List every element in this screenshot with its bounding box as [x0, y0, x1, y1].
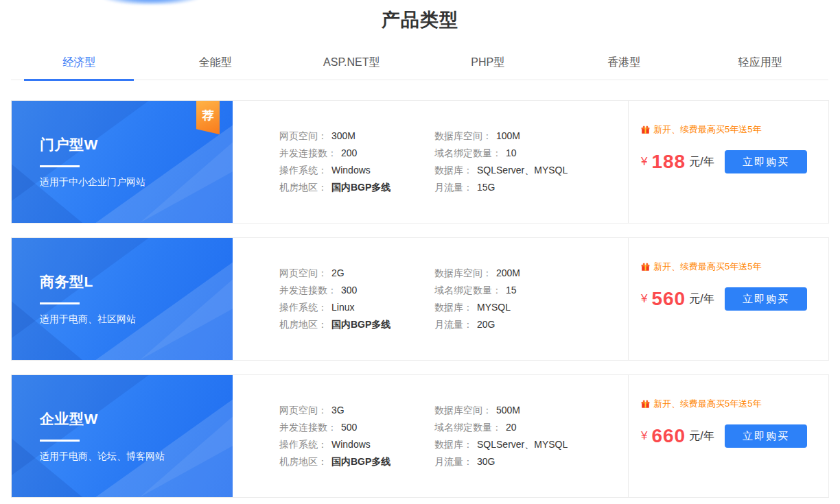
tab-all-round[interactable]: 全能型	[148, 45, 284, 80]
spec-value: 30G	[477, 456, 495, 467]
spec-row: 数据库：MYSQL	[434, 299, 520, 316]
spec-row: 数据库：SQLServer、MYSQL	[434, 436, 568, 453]
spec-row: 机房地区：国内BGP多线	[279, 316, 434, 333]
spec-value: 3G	[331, 405, 345, 416]
recommend-badge: 荐	[196, 101, 220, 134]
spec-label: 域名绑定数量：	[434, 422, 502, 433]
spec-value: 200M	[496, 267, 520, 278]
specs-column-left: 网页空间：2G 并发连接数：300 操作系统：Linux 机房地区：国内BGP多…	[279, 265, 434, 360]
specs-column-left: 网页空间：300M 并发连接数：200 操作系统：Windows 机房地区：国内…	[279, 128, 434, 223]
purchase-panel: 新开、续费最高买5年送5年 ¥ 188 元/年 立即购买	[628, 101, 828, 223]
price-amount: 188	[651, 151, 686, 173]
spec-value: 20G	[477, 319, 495, 330]
spec-row: 数据库空间：200M	[434, 265, 520, 282]
promo-text: 新开、续费最高买5年送5年	[653, 398, 761, 410]
price-amount: 660	[651, 425, 686, 447]
product-name: 商务型L	[40, 272, 233, 291]
tab-economy[interactable]: 经济型	[11, 45, 148, 80]
spec-row: 操作系统：Windows	[279, 162, 434, 179]
spec-value: 500	[341, 422, 357, 433]
spec-label: 域名绑定数量：	[434, 285, 502, 296]
product-description: 适用于中小企业门户网站	[40, 176, 233, 189]
spec-label: 数据库空间：	[434, 130, 492, 141]
spec-label: 网页空间：	[279, 130, 327, 141]
gift-icon	[641, 125, 650, 134]
spec-label: 机房地区：	[279, 182, 327, 193]
promo-text: 新开、续费最高买5年送5年	[653, 123, 761, 136]
spec-label: 操作系统：	[279, 165, 327, 176]
tab-light-app[interactable]: 轻应用型	[692, 45, 829, 80]
spec-label: 操作系统：	[279, 439, 327, 450]
product-specs: 网页空间：300M 并发连接数：200 操作系统：Windows 机房地区：国内…	[233, 101, 628, 223]
gift-icon	[641, 400, 650, 409]
spec-row: 域名绑定数量：20	[434, 419, 568, 436]
product-description: 适用于电商、社区网站	[40, 313, 233, 326]
specs-column-right: 数据库空间：500M 域名绑定数量：20 数据库：SQLServer、MYSQL…	[434, 402, 568, 497]
spec-row: 网页空间：300M	[279, 128, 434, 145]
banner-decoration	[12, 238, 233, 360]
spec-label: 操作系统：	[279, 302, 327, 313]
product-name: 企业型W	[40, 409, 233, 429]
spec-row: 网页空间：3G	[279, 402, 434, 419]
spec-label: 数据库空间：	[434, 405, 492, 416]
spec-value: Windows	[331, 439, 371, 450]
spec-row: 月流量：15G	[434, 179, 568, 196]
spec-label: 数据库：	[434, 439, 473, 450]
spec-value: Windows	[331, 165, 371, 176]
banner-decoration	[12, 375, 233, 497]
product-banner: 企业型W 适用于电商、论坛、博客网站	[12, 375, 233, 497]
spec-row: 并发连接数：200	[279, 145, 434, 162]
spec-value: 国内BGP多线	[331, 319, 390, 330]
spec-row: 月流量：30G	[434, 453, 568, 470]
currency-symbol: ¥	[641, 292, 647, 306]
spec-value: 20	[506, 422, 517, 433]
spec-row: 并发连接数：500	[279, 419, 434, 436]
title-divider	[40, 440, 80, 442]
buy-now-button[interactable]: 立即购买	[725, 424, 807, 448]
spec-label: 网页空间：	[279, 267, 327, 278]
purchase-panel: 新开、续费最高买5年送5年 ¥ 660 元/年 立即购买	[628, 375, 828, 497]
spec-value: 300	[341, 285, 357, 296]
specs-column-right: 数据库空间：100M 域名绑定数量：10 数据库：SQLServer、MYSQL…	[434, 128, 568, 223]
tab-label: 全能型	[199, 56, 232, 70]
spec-value: 100M	[496, 130, 520, 141]
specs-column-left: 网页空间：3G 并发连接数：500 操作系统：Windows 机房地区：国内BG…	[279, 402, 434, 497]
spec-row: 操作系统：Linux	[279, 299, 434, 316]
price-unit: 元/年	[689, 155, 714, 169]
tab-label: PHP型	[471, 56, 504, 70]
currency-symbol: ¥	[641, 429, 647, 443]
price-unit: 元/年	[689, 292, 714, 307]
product-name: 门户型W	[40, 135, 233, 154]
spec-value: 2G	[331, 267, 345, 278]
spec-value: MYSQL	[477, 302, 511, 313]
promo-banner: 新开、续费最高买5年送5年	[641, 123, 828, 136]
buy-now-button[interactable]: 立即购买	[725, 287, 807, 311]
product-card-portal: 荐 门户型W 适用于中小企业门户网站 网页空间：300M 并发连接数：200 操…	[11, 100, 829, 224]
partial-top-button[interactable]	[103, 0, 199, 5]
spec-value: Linux	[331, 302, 354, 313]
tab-php[interactable]: PHP型	[420, 45, 557, 80]
tab-hongkong[interactable]: 香港型	[556, 45, 692, 80]
spec-value: 500M	[496, 405, 520, 416]
banner-decoration	[12, 238, 233, 360]
spec-row: 并发连接数：300	[279, 282, 434, 299]
tab-aspnet[interactable]: ASP.NET型	[283, 45, 420, 80]
buy-now-button[interactable]: 立即购买	[725, 150, 807, 173]
spec-value: 10	[506, 147, 517, 158]
spec-row: 域名绑定数量：10	[434, 145, 568, 162]
spec-label: 月流量：	[434, 456, 473, 467]
spec-label: 月流量：	[434, 182, 473, 193]
price-amount: 560	[651, 288, 686, 310]
tab-label: 香港型	[607, 56, 640, 70]
banner-decoration	[12, 375, 233, 497]
page-title: 产品类型	[0, 8, 840, 32]
spec-label: 数据库空间：	[434, 267, 492, 278]
specs-column-right: 数据库空间：200M 域名绑定数量：15 数据库：MYSQL 月流量：20G	[434, 265, 520, 360]
spec-value: SQLServer、MYSQL	[477, 439, 568, 450]
product-card-enterprise: 企业型W 适用于电商、论坛、博客网站 网页空间：3G 并发连接数：500 操作系…	[11, 374, 829, 498]
spec-value: 15G	[477, 182, 495, 193]
spec-label: 并发连接数：	[279, 147, 337, 158]
spec-label: 数据库：	[434, 302, 473, 313]
tab-label: 经济型	[62, 56, 95, 70]
spec-row: 机房地区：国内BGP多线	[279, 179, 434, 196]
